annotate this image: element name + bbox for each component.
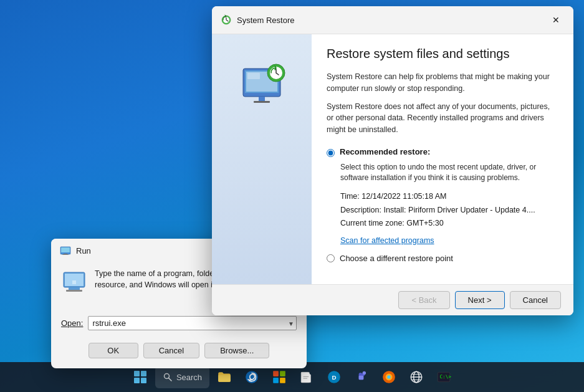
dropdown-arrow-icon[interactable]: ▼ bbox=[288, 320, 294, 327]
restore-footer: < Back Next > Cancel bbox=[212, 284, 573, 315]
dell-icon: D bbox=[327, 370, 342, 385]
run-title: Run bbox=[76, 246, 91, 256]
restore-time: Time: 12/14/2022 11:05:18 AM bbox=[340, 191, 558, 203]
run-ok-button[interactable]: OK bbox=[89, 343, 138, 358]
restore-back-button[interactable]: < Back bbox=[398, 291, 449, 309]
taskbar-firefox-button[interactable] bbox=[376, 365, 401, 390]
windows-logo-icon bbox=[134, 371, 146, 383]
svg-rect-29 bbox=[304, 376, 309, 377]
taskbar-network-button[interactable] bbox=[404, 365, 429, 390]
restore-desc2: System Restore does not affect any of yo… bbox=[327, 101, 558, 136]
restore-desc1: System Restore can help fix problems tha… bbox=[327, 71, 558, 95]
different-restore-label[interactable]: Choose a different restore point bbox=[340, 254, 453, 263]
svg-rect-4 bbox=[62, 254, 69, 255]
restore-next-button[interactable]: Next > bbox=[455, 291, 505, 309]
svg-rect-25 bbox=[280, 371, 285, 376]
firefox-icon bbox=[381, 370, 396, 385]
svg-rect-22 bbox=[218, 375, 231, 382]
taskbar-edge-button[interactable] bbox=[239, 365, 264, 390]
system-restore-title-icon bbox=[221, 14, 232, 26]
run-open-label: Open: bbox=[61, 318, 83, 328]
taskbar-store-button[interactable] bbox=[267, 365, 292, 390]
restore-info: Time: 12/14/2022 11:05:18 AM Description… bbox=[340, 191, 558, 229]
restore-left-panel bbox=[212, 34, 312, 284]
svg-rect-16 bbox=[259, 97, 265, 102]
svg-rect-15 bbox=[247, 73, 260, 79]
run-input-wrapper: ▼ bbox=[88, 316, 297, 330]
files-icon bbox=[299, 370, 314, 385]
folder-icon bbox=[217, 370, 232, 385]
different-restore-option: Choose a different restore point bbox=[327, 254, 558, 263]
taskbar-files-button[interactable] bbox=[294, 365, 319, 390]
svg-rect-9 bbox=[72, 280, 76, 284]
edge-icon bbox=[244, 370, 259, 385]
network-icon bbox=[409, 370, 424, 385]
taskbar-cmd-button[interactable]: C:\>_ bbox=[431, 365, 456, 390]
svg-rect-26 bbox=[273, 378, 279, 383]
run-computer-icon bbox=[61, 271, 87, 297]
terminal-icon: C:\>_ bbox=[436, 370, 451, 385]
run-open-row: Open: ▼ bbox=[51, 316, 307, 338]
radio-group: Recommended restore: Select this option … bbox=[327, 147, 558, 263]
restore-heading: Restore system files and settings bbox=[327, 47, 558, 61]
svg-line-21 bbox=[168, 378, 171, 381]
svg-rect-30 bbox=[304, 378, 308, 379]
svg-rect-27 bbox=[280, 378, 285, 383]
run-browse-button[interactable]: Browse... bbox=[204, 343, 269, 358]
svg-rect-1 bbox=[61, 247, 70, 252]
recommended-restore-sublabel: Select this option to undo the most rece… bbox=[340, 162, 558, 183]
svg-text:D: D bbox=[332, 374, 337, 381]
recommended-restore-radio[interactable] bbox=[327, 149, 335, 157]
taskbar-start-button[interactable] bbox=[128, 365, 153, 390]
store-icon bbox=[272, 370, 287, 385]
restore-close-button[interactable]: ✕ bbox=[547, 11, 565, 29]
svg-rect-35 bbox=[359, 376, 364, 380]
restore-titlebar: System Restore ✕ bbox=[212, 6, 573, 34]
svg-point-34 bbox=[359, 373, 362, 376]
run-input[interactable] bbox=[88, 316, 297, 330]
taskbar-explorer-button[interactable] bbox=[212, 365, 237, 390]
run-buttons: OK Cancel Browse... bbox=[51, 338, 307, 368]
different-restore-radio[interactable] bbox=[327, 254, 335, 262]
restore-cancel-button[interactable]: Cancel bbox=[510, 291, 561, 309]
restore-title-left: System Restore bbox=[221, 14, 294, 26]
recommended-restore-option: Recommended restore: bbox=[327, 147, 558, 157]
restore-timezone: Current time zone: GMT+5:30 bbox=[340, 218, 558, 229]
desktop: Run Type the name of a program, folder, … bbox=[0, 0, 584, 392]
svg-point-33 bbox=[363, 371, 366, 375]
search-icon bbox=[163, 372, 173, 382]
restore-description: Description: Install: Piriform Driver Up… bbox=[340, 205, 558, 216]
svg-text:C:\>_: C:\>_ bbox=[440, 374, 452, 380]
run-cancel-button[interactable]: Cancel bbox=[143, 343, 199, 358]
svg-rect-17 bbox=[254, 101, 270, 103]
taskbar-dell-button[interactable]: D bbox=[322, 365, 347, 390]
restore-right-panel: Restore system files and settings System… bbox=[312, 34, 573, 284]
taskbar-search-box[interactable]: Search bbox=[155, 366, 209, 388]
restore-dialog: System Restore ✕ bbox=[212, 6, 573, 315]
svg-rect-24 bbox=[273, 371, 279, 376]
taskbar-search-label: Search bbox=[176, 373, 202, 382]
svg-rect-2 bbox=[61, 252, 70, 254]
scan-affected-link[interactable]: Scan for affected programs bbox=[340, 236, 434, 245]
run-icon bbox=[60, 245, 71, 256]
restore-title: System Restore bbox=[237, 16, 294, 25]
taskbar-teams-button[interactable] bbox=[349, 365, 374, 390]
svg-point-38 bbox=[387, 375, 390, 378]
svg-rect-8 bbox=[66, 290, 82, 292]
recommended-restore-label[interactable]: Recommended restore: bbox=[340, 147, 430, 156]
teams-icon bbox=[354, 370, 369, 385]
svg-rect-7 bbox=[69, 287, 80, 290]
restore-content: Restore system files and settings System… bbox=[212, 34, 573, 284]
restore-illustration bbox=[234, 53, 290, 109]
